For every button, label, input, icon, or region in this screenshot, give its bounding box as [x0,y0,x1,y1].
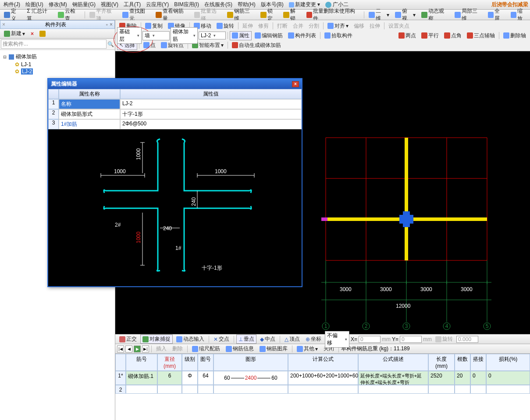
intersect-button[interactable]: ✕交点 [211,335,231,344]
prop-name-cell[interactable]: 砌体加筋形式 [59,109,120,119]
play-button[interactable]: ▶ [134,345,141,352]
last-button[interactable]: ▶| [142,345,149,352]
rotate-button[interactable]: 旋转 [214,21,236,31]
tree-item-selected[interactable]: ✿ LJ-2 [2,68,113,75]
rot-input[interactable]: 0.000 [456,336,478,343]
cell-desc[interactable]: 延伸长度+端头长度+弯折+延伸长度+端头长度+弯折 [358,371,428,385]
table-hdr[interactable]: 筋号 [126,354,157,371]
cell-empty[interactable] [182,385,198,394]
perp-button[interactable]: ⊥垂点 [236,335,256,344]
cell-empty[interactable] [213,385,288,394]
cell-empty[interactable] [428,385,455,394]
properties-button[interactable]: 属性 [230,31,252,40]
cell-empty[interactable] [157,385,182,394]
cell-lap[interactable]: 0 [470,371,486,385]
extend-button[interactable]: 延伸 [240,21,255,31]
prop-value-cell[interactable]: LJ-2 [120,99,302,109]
other-button[interactable]: 其他 ▾ [295,344,320,353]
tree-item[interactable]: ✿ LJ-1 [2,61,113,68]
component-list-button[interactable]: 构件列表 [286,31,318,40]
item-combo[interactable]: LJ-2 [199,32,226,39]
cell-diameter[interactable]: 6 [157,371,182,385]
copy-button[interactable]: 复制 [143,21,165,31]
coord-button[interactable]: ⊕坐标 [303,335,324,344]
prev-button[interactable]: ◀ [125,345,132,352]
align-button[interactable]: 对齐 ▾ [325,21,351,31]
cell-count[interactable]: 20 [455,371,470,385]
collapse-icon[interactable]: ⊟ [3,54,7,60]
cell-shape[interactable]: 60 2400 60 [213,371,288,385]
rebar-info-button[interactable]: 钢筋信息 [224,344,256,353]
rebar-library-button[interactable]: 钢筋图库 [257,344,290,353]
table-hdr[interactable]: 根数 [455,354,470,371]
search-icon[interactable]: 🔍 [107,41,114,47]
cell-loss[interactable]: 0 [486,371,530,385]
dyninput-button[interactable]: 动态输入 [174,335,206,344]
point-angle-button[interactable]: 点角 [442,31,464,40]
trim-button[interactable]: 修剪 [256,21,271,31]
ortho-button[interactable]: 正交 [117,335,139,344]
cell-formula[interactable]: 200+1000+60+200+1000+60 [288,371,358,385]
prop-value-cell[interactable]: 十字-1形 [120,109,302,119]
prop-value-cell[interactable]: 2Φ6@500 [120,119,302,129]
close-icon[interactable]: × [110,21,113,28]
cell-empty[interactable] [288,385,358,394]
offset-button[interactable]: 偏移 [352,21,366,31]
search-input[interactable]: 搜索构件... [1,39,107,49]
mid-button[interactable]: ◆中点 [258,335,277,344]
cell-empty[interactable] [126,385,157,394]
split-button[interactable]: 分割 [306,21,321,31]
y-input[interactable]: 0 [400,336,422,343]
table-hdr[interactable]: 计算公式 [288,354,358,371]
close-dock-icon[interactable]: × [2,21,5,28]
prop-name-cell[interactable]: 名称 [59,99,120,109]
new-button[interactable]: 新建 ▾ [2,29,27,38]
stretch-button[interactable]: 拉伸 [367,21,382,31]
table-row[interactable]: 2 [115,385,530,394]
cell-fig[interactable]: 64 [198,371,213,385]
table-hdr[interactable]: 损耗(%) [486,354,530,371]
cell-empty[interactable] [455,385,470,394]
pick-component-button[interactable]: 拾取构件 [322,31,355,40]
table-hdr[interactable]: 直径(mm) [157,354,182,371]
merge-button[interactable]: 合并 [291,21,306,31]
table-hdr[interactable]: 搭接 [470,354,486,371]
point-button[interactable]: 点 [141,41,158,50]
delete-row-button[interactable]: 删除 [170,344,185,353]
delete-icon-button[interactable]: × [28,30,36,38]
cell-name[interactable]: 砌体加筋.1 [126,371,157,385]
osnap-button[interactable]: 对象捕捉 [140,335,173,344]
cell-length[interactable]: 2520 [428,371,455,385]
close-icon[interactable]: × [292,81,299,87]
table-hdr[interactable]: 图号 [198,354,213,371]
vertex-button[interactable]: △顶点 [282,335,302,344]
table-hdr[interactable]: 公式描述 [358,354,428,371]
x-input[interactable]: 0 [359,336,381,343]
table-hdr[interactable]: 级别 [182,354,198,371]
offset-combo[interactable]: 不偏移 [325,331,349,348]
delete-axis-button[interactable]: 删除轴 [501,31,528,40]
grip-button[interactable]: 设置夹点 [386,21,412,31]
table-hdr[interactable]: 长度(mm) [428,354,455,371]
cell-grade[interactable]: Φ [182,371,198,385]
table-hdr[interactable]: 图形 [213,354,288,371]
scale-rebar-button[interactable]: 缩尺配筋 [190,344,222,353]
type-combo[interactable]: 砌体加筋 [171,27,198,44]
cell-empty[interactable] [470,385,486,394]
wall-combo[interactable]: 墙 [142,31,170,40]
break-button[interactable]: 打断 [275,21,290,31]
three-point-button[interactable]: 三点辅轴 [465,31,497,40]
cell-empty[interactable] [486,385,530,394]
folder-icon-button[interactable] [37,30,48,38]
first-button[interactable]: |◀ [117,345,124,352]
auto-generate-button[interactable]: 自动生成砌体加筋 [230,41,283,50]
two-point-button[interactable]: 两点 [396,31,418,40]
insert-button[interactable]: 插入 [154,344,169,353]
prop-name-cell[interactable]: 1#加筋 [59,119,120,129]
floor-combo[interactable]: 基础层 [117,27,142,44]
edit-rebar-button[interactable]: 编辑钢筋 [253,31,285,40]
cell-empty[interactable] [358,385,428,394]
parallel-button[interactable]: 平行 [419,31,441,40]
tree-root[interactable]: ⊟ 砌体加筋 [2,53,113,61]
cell-empty[interactable] [198,385,213,394]
